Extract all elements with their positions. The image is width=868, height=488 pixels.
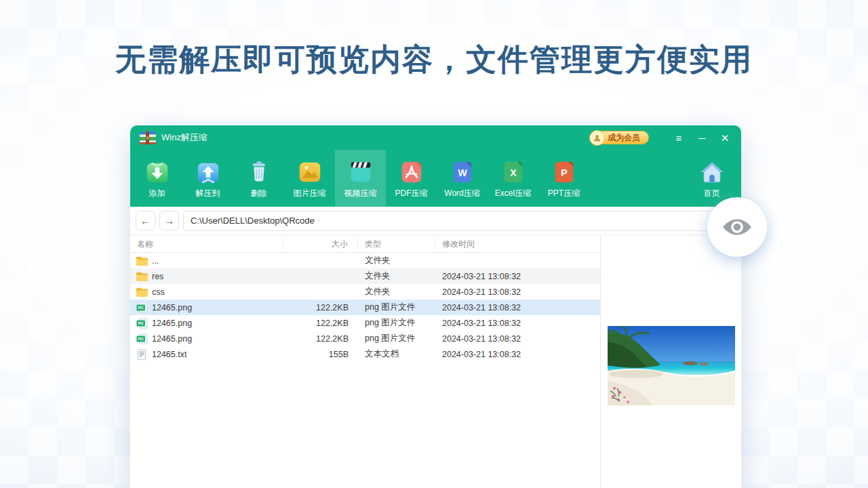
- headline: 无需解压即可预览内容，文件管理更方便实用: [0, 39, 868, 80]
- toolbar-item-label: PPT压缩: [548, 188, 580, 199]
- table-row[interactable]: res 文件夹 2024-03-21 13:08:32: [130, 268, 600, 284]
- pdf-compress-icon: [399, 159, 425, 185]
- back-button[interactable]: ←: [136, 211, 155, 230]
- menu-button[interactable]: ≡: [672, 133, 686, 143]
- close-button[interactable]: ✕: [718, 133, 732, 143]
- file-list: 名称 大小 类型 修改时间 ... 文件夹: [130, 235, 600, 488]
- toolbar-item-label: 图片压缩: [294, 188, 326, 199]
- column-header-size[interactable]: 大小: [283, 239, 358, 249]
- main-area: 名称 大小 类型 修改时间 ... 文件夹: [130, 235, 741, 488]
- file-name-cell: 12465.txt: [130, 349, 283, 360]
- video-compress-icon: [348, 159, 374, 185]
- table-row[interactable]: 12465.txt 155B 文本文档 2024-03-21 13:08:32: [130, 346, 600, 362]
- toolbar-item-pdf-compress[interactable]: PDF压缩: [386, 150, 437, 207]
- word-compress-icon: W: [450, 159, 475, 185]
- column-header-name[interactable]: 名称: [130, 239, 283, 249]
- file-type-cell: png 图片文件: [358, 317, 435, 329]
- table-header: 名称 大小 类型 修改时间: [130, 235, 600, 253]
- toolbar-item-extract-to[interactable]: 解压到: [182, 150, 233, 207]
- preview-panel: [601, 235, 741, 488]
- file-name: 12465.png: [152, 334, 192, 344]
- column-header-modified[interactable]: 修改时间: [435, 239, 600, 249]
- svg-text:P: P: [561, 167, 568, 178]
- extract-to-icon: [195, 159, 221, 185]
- file-size-cell: 122.2KB: [283, 319, 358, 328]
- toolbar-item-label: PDF压缩: [395, 188, 428, 199]
- member-avatar-icon: [589, 130, 605, 146]
- table-body: ... 文件夹 res: [130, 253, 600, 362]
- preview-image[interactable]: [608, 326, 735, 405]
- file-type-cell: 文件夹: [358, 270, 435, 282]
- file-size-cell: 155B: [283, 350, 358, 359]
- minimize-button[interactable]: ─: [695, 133, 709, 143]
- svg-text:PIC: PIC: [138, 321, 144, 325]
- file-name-cell: res: [130, 272, 283, 281]
- file-size-cell: 122.2KB: [283, 303, 358, 312]
- file-name: css: [152, 287, 165, 297]
- file-type-cell: png 图片文件: [358, 302, 435, 313]
- become-member-button[interactable]: 成为会员: [591, 131, 649, 144]
- table-row[interactable]: PIC 12465.png 122.2KB png 图片文件 2024-03-2…: [130, 315, 600, 331]
- file-name: 12465.png: [152, 319, 192, 328]
- toolbar-item-label: Word压缩: [444, 188, 479, 199]
- file-name: 12465.png: [152, 303, 192, 312]
- folder-icon: [136, 287, 148, 297]
- folder-icon: [136, 256, 148, 266]
- page-background: 无需解压即可预览内容，文件管理更方便实用 Winz解压缩 成为: [0, 0, 868, 488]
- excel-compress-icon: X: [500, 159, 526, 185]
- file-size-cell: 122.2KB: [283, 334, 358, 344]
- file-name-cell: PIC 12465.png: [130, 333, 283, 344]
- app-logo-icon: [140, 131, 156, 144]
- png-file-icon: PIC: [136, 302, 148, 313]
- forward-button[interactable]: →: [159, 211, 179, 230]
- toolbar-item-label: 删除: [251, 188, 267, 199]
- table-row[interactable]: PIC 12465.png 122.2KB png 图片文件 2024-03-2…: [130, 300, 600, 315]
- svg-text:X: X: [510, 167, 517, 178]
- table-row[interactable]: ... 文件夹: [130, 253, 600, 268]
- toolbar-item-add[interactable]: 添加: [132, 150, 182, 207]
- file-modified-cell: 2024-03-21 13:08:32: [435, 334, 600, 344]
- toolbar-item-video-compress[interactable]: 视频压缩: [335, 150, 386, 207]
- add-archive-icon: [144, 159, 170, 185]
- toolbar-item-label: 添加: [149, 188, 165, 199]
- toolbar-item-label: 解压到: [196, 188, 220, 199]
- file-type-cell: 文件夹: [358, 255, 435, 266]
- delete-icon: [246, 159, 272, 185]
- file-modified-cell: 2024-03-21 13:08:32: [435, 350, 600, 359]
- toolbar-item-label: 视频压缩: [344, 188, 377, 199]
- preview-eye-icon: [707, 197, 767, 257]
- table-row[interactable]: PIC 12465.png 122.2KB png 图片文件 2024-03-2…: [130, 331, 600, 346]
- png-file-icon: PIC: [136, 318, 148, 329]
- ppt-compress-icon: P: [551, 159, 577, 185]
- svg-text:PIC: PIC: [138, 306, 144, 310]
- address-path-input[interactable]: [185, 216, 721, 226]
- file-name: ...: [152, 256, 159, 266]
- toolbar-spacer: [589, 150, 686, 207]
- toolbar-item-image-compress[interactable]: 图片压缩: [284, 150, 335, 207]
- app-window: Winz解压缩 成为会员 ≡ ─ ✕ 添加 解压到: [130, 125, 741, 488]
- file-type-cell: 文件夹: [358, 286, 435, 298]
- svg-text:W: W: [458, 167, 467, 178]
- home-icon: [699, 159, 725, 185]
- png-file-icon: PIC: [136, 333, 148, 344]
- toolbar-item-delete[interactable]: 删除: [233, 150, 284, 207]
- table-row[interactable]: css 文件夹 2024-03-21 13:08:32: [130, 284, 600, 300]
- file-type-cell: 文本文档: [358, 348, 435, 360]
- column-header-type[interactable]: 类型: [358, 239, 435, 249]
- file-modified-cell: 2024-03-21 13:08:32: [435, 287, 600, 297]
- toolbar-item-ppt-compress[interactable]: P PPT压缩: [538, 150, 589, 207]
- toolbar-item-excel-compress[interactable]: X Excel压缩: [488, 150, 538, 207]
- member-label: 成为会员: [608, 132, 640, 144]
- toolbar: 添加 解压到 删除 图片压缩 视: [130, 150, 741, 207]
- folder-icon: [136, 272, 148, 281]
- file-modified-cell: 2024-03-21 13:08:32: [435, 272, 600, 281]
- file-name-cell: PIC 12465.png: [130, 302, 283, 313]
- toolbar-item-word-compress[interactable]: W Word压缩: [437, 150, 488, 207]
- file-type-cell: png 图片文件: [358, 333, 435, 344]
- file-name-cell: css: [130, 287, 283, 297]
- image-compress-icon: [297, 159, 323, 185]
- txt-file-icon: [136, 349, 148, 360]
- toolbar-item-label: Excel压缩: [495, 188, 531, 199]
- address-bar: ← →: [130, 207, 741, 235]
- home-label: 首页: [704, 188, 720, 199]
